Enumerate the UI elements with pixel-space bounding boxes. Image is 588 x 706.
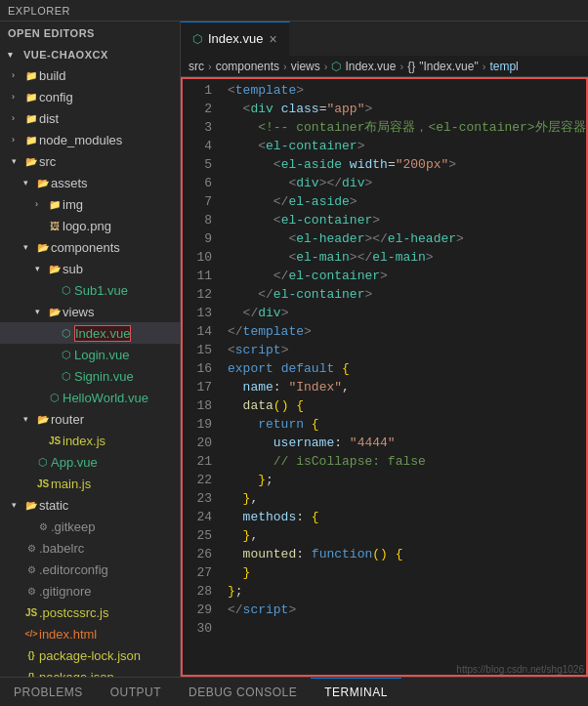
bottom-tab-terminal[interactable]: TERMINAL [311, 678, 401, 707]
bottom-tab-problems[interactable]: PROBLEMS [0, 678, 97, 707]
breadcrumb-vue-icon: ⬡ [331, 60, 341, 73]
tree-item-.gitkeep[interactable]: ⚙.gitkeep [0, 516, 180, 537]
tree-item-build[interactable]: ›📁build [0, 64, 180, 86]
folder-icon: 📁 [23, 89, 39, 104]
tree-item-index.js[interactable]: JSindex.js [0, 430, 180, 451]
bottom-tab-output[interactable]: OUTPUT [97, 678, 175, 707]
tab-index-vue[interactable]: ⬡ Index.vue × [181, 21, 290, 56]
code-line: }, [228, 526, 580, 545]
folder-icon: 📂 [35, 411, 51, 427]
line-number: 16 [181, 359, 212, 378]
js-icon: JS [23, 604, 39, 620]
code-line: name: "Index", [228, 378, 580, 396]
explorer-label: EXPLORER [8, 5, 70, 17]
line-number: 29 [181, 601, 212, 619]
folder-icon: 📂 [23, 497, 39, 513]
tree-item-src[interactable]: ▾📂src [0, 150, 180, 172]
code-line: <div></div> [228, 174, 580, 192]
folder-arrow: ▾ [12, 500, 23, 510]
tab-label: Index.vue [208, 31, 263, 46]
tree-item-label: views [63, 305, 95, 319]
tree-item-label: package.json [39, 670, 114, 678]
tree-item-main.js[interactable]: JSmain.js [0, 473, 180, 494]
main-layout: OPEN EDITORS ▾ VUE-CHAOXCX ›📁build›📁conf… [0, 21, 588, 677]
code-line: </div> [228, 304, 580, 322]
line-number: 5 [181, 155, 212, 174]
line-number: 14 [181, 322, 212, 341]
tree-item-label: static [39, 498, 68, 513]
breadcrumb-name: "Index.vue" [419, 60, 479, 73]
tree-item-dist[interactable]: ›📁dist [0, 107, 180, 129]
tree-item-label: img [63, 197, 83, 212]
tree-item-logo.png[interactable]: 🖼logo.png [0, 215, 180, 236]
tree-item-views[interactable]: ▾📂views [0, 301, 180, 322]
tree-item-.gitignore[interactable]: ⚙.gitignore [0, 580, 180, 602]
line-number: 12 [181, 285, 212, 304]
project-section[interactable]: ▾ VUE-CHAOXCX [0, 43, 180, 64]
tree-item-package.json[interactable]: {}package.json [0, 666, 180, 677]
breadcrumb-components: components [216, 60, 279, 73]
tree-item-label: logo.png [63, 219, 111, 233]
breadcrumb-obj: {} [407, 60, 415, 73]
tree-item-.postcssrc.js[interactable]: JS.postcssrc.js [0, 602, 180, 623]
tree-item-Login.vue[interactable]: ⬡Login.vue [0, 344, 180, 365]
tree-item-App.vue[interactable]: ⬡App.vue [0, 451, 180, 473]
line-numbers: 1234567891011121314151617181920212223242… [181, 77, 220, 677]
tree-item-label: node_modules [39, 133, 122, 147]
breadcrumb-file: Index.vue [345, 60, 396, 73]
dot-icon: ⚙ [23, 561, 39, 577]
breadcrumb-sep4: › [399, 61, 403, 72]
tree-item-Index.vue[interactable]: ⬡Index.vue [0, 322, 180, 344]
folder-icon: 📁 [47, 196, 63, 212]
tree-item-label: .gitignore [39, 584, 91, 599]
code-line: <script> [228, 341, 580, 359]
code-line: </el-aside> [228, 192, 580, 211]
project-arrow: ▾ [8, 50, 20, 60]
code-line: methods: { [228, 508, 580, 526]
tree-item-label: index.js [63, 434, 105, 448]
tab-close-button[interactable]: × [269, 32, 276, 46]
line-number: 25 [181, 526, 212, 545]
tree-item-.babelrc[interactable]: ⚙.babelrc [0, 537, 180, 559]
code-line: <el-container> [228, 137, 580, 155]
code-line: }, [228, 489, 580, 508]
line-number: 13 [181, 304, 212, 322]
tree-item-Sub1.vue[interactable]: ⬡Sub1.vue [0, 279, 180, 301]
line-number: 19 [181, 415, 212, 434]
tree-item-static[interactable]: ▾📂static [0, 494, 180, 516]
tree-item-components[interactable]: ▾📂components [0, 236, 180, 258]
bottom-tab-debug[interactable]: DEBUG CONSOLE [175, 678, 311, 707]
tree-item-img[interactable]: ›📁img [0, 193, 180, 215]
tree-item-label: .babelrc [39, 541, 84, 556]
bottom-panel: PROBLEMSOUTPUTDEBUG CONSOLETERMINAL [0, 677, 588, 706]
tree-item-package-lock.json[interactable]: {}package-lock.json [0, 644, 180, 666]
code-content[interactable]: <template> <div class="app"> <!-- contai… [220, 77, 588, 677]
tree-item-index.html[interactable]: </>index.html [0, 623, 180, 644]
tree-item-sub[interactable]: ▾📂sub [0, 258, 180, 279]
code-line: return { [228, 415, 580, 434]
folder-icon: 📂 [47, 304, 63, 319]
tree-item-Signin.vue[interactable]: ⬡Signin.vue [0, 365, 180, 387]
tree-item-assets[interactable]: ▾📂assets [0, 172, 180, 193]
line-number: 22 [181, 471, 212, 489]
tree-item-HelloWorld.vue[interactable]: ⬡HelloWorld.vue [0, 387, 180, 408]
tree-item-.editorconfig[interactable]: ⚙.editorconfig [0, 559, 180, 580]
tree-item-label: assets [51, 176, 88, 190]
code-line: </template> [228, 322, 580, 341]
tree-item-label: Sub1.vue [74, 283, 128, 298]
code-line: <template> [228, 81, 580, 100]
code-line: <el-aside width="200px"> [228, 155, 580, 174]
tree-item-label: components [51, 240, 120, 255]
tree-item-label: sub [63, 262, 83, 276]
line-number: 20 [181, 434, 212, 452]
watermark: https://blog.csdn.net/shg1026 [456, 664, 584, 675]
json-icon: {} [23, 669, 39, 677]
folder-icon: 📂 [47, 261, 63, 276]
tree-item-node_modules[interactable]: ›📁node_modules [0, 129, 180, 150]
code-line: <el-main></el-main> [228, 248, 580, 267]
breadcrumb: src › components › views › ⬡ Index.vue ›… [181, 56, 588, 77]
tree-item-router[interactable]: ▾📂router [0, 408, 180, 430]
dot-icon: ⚙ [35, 519, 51, 534]
tree-item-label: .editorconfig [39, 562, 108, 577]
tree-item-config[interactable]: ›📁config [0, 86, 180, 107]
